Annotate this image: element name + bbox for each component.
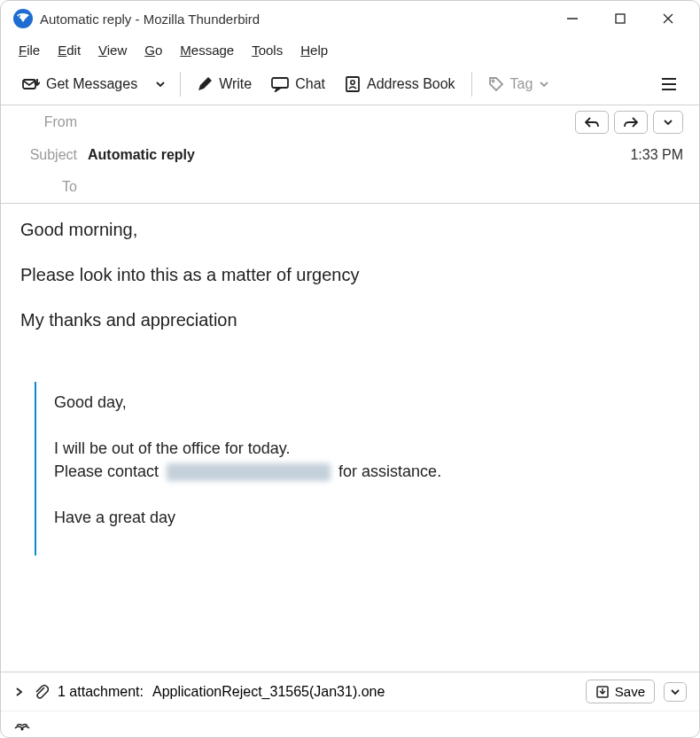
statusbar	[1, 711, 699, 737]
tag-label: Tag	[510, 76, 533, 92]
chat-label: Chat	[295, 76, 325, 92]
message-time: 1:33 PM	[630, 147, 683, 163]
subject-label: Subject	[17, 147, 77, 163]
quoted-block: Good day, I will be out of the office fo…	[35, 382, 680, 555]
separator	[180, 72, 181, 97]
get-messages-label: Get Messages	[46, 76, 137, 92]
menu-view[interactable]: View	[91, 39, 134, 61]
download-icon	[22, 76, 40, 92]
reply-button[interactable]	[575, 111, 609, 134]
menu-help[interactable]: Help	[293, 39, 335, 61]
toolbar: Get Messages Write Chat Address Book Tag	[1, 63, 699, 105]
forward-button[interactable]	[614, 111, 648, 134]
paperclip-icon	[33, 683, 49, 701]
body-line: Please look into this as a matter of urg…	[20, 263, 680, 287]
write-button[interactable]: Write	[188, 71, 261, 97]
menu-file[interactable]: File	[12, 39, 47, 61]
svg-rect-7	[272, 78, 288, 88]
reply-icon	[585, 116, 599, 128]
svg-point-1	[19, 15, 20, 17]
attachment-count: 1 attachment:	[58, 684, 144, 700]
body-line: Good morning,	[20, 218, 680, 242]
app-menu-button[interactable]	[651, 71, 687, 97]
menu-message[interactable]: Message	[173, 39, 241, 61]
window-title: Automatic reply - Mozilla Thunderbird	[40, 12, 260, 27]
quoted-line: Good day,	[54, 391, 680, 414]
menubar: File Edit View Go Message Tools Help	[1, 36, 699, 63]
pencil-icon	[197, 76, 213, 92]
separator	[471, 72, 472, 97]
subject-value: Automatic reply	[88, 147, 630, 163]
address-book-button[interactable]: Address Book	[336, 71, 464, 97]
address-book-icon	[345, 76, 361, 92]
message-body: Good morning, Please look into this as a…	[1, 204, 699, 672]
more-actions-button[interactable]	[653, 111, 683, 134]
save-dropdown-button[interactable]	[664, 682, 687, 702]
svg-point-9	[351, 80, 354, 83]
quoted-line: I will be out of the office for today.	[54, 437, 680, 460]
quoted-line: Please contact for assistance.	[54, 460, 680, 483]
save-icon	[595, 685, 610, 699]
menu-go[interactable]: Go	[137, 39, 169, 61]
connection-icon[interactable]	[13, 718, 31, 732]
forward-icon	[624, 116, 638, 128]
attachment-bar: 1 attachment: ApplicationReject_31565(Ja…	[1, 672, 699, 711]
redacted-contact	[167, 463, 331, 481]
thunderbird-icon	[13, 9, 33, 28]
hamburger-icon	[660, 76, 678, 92]
menu-edit[interactable]: Edit	[51, 39, 88, 61]
write-label: Write	[219, 76, 252, 92]
svg-point-15	[21, 727, 24, 730]
titlebar: Automatic reply - Mozilla Thunderbird	[1, 1, 699, 36]
save-attachment-button[interactable]: Save	[586, 680, 655, 703]
quoted-line: Have a great day	[54, 506, 680, 529]
message-header: From Subject Automatic reply 1:33 PM	[1, 105, 699, 204]
from-label: From	[17, 114, 77, 130]
chat-icon	[271, 76, 289, 92]
tag-icon	[488, 76, 504, 92]
body-line: My thanks and appreciation	[20, 308, 680, 332]
svg-point-10	[492, 80, 494, 82]
to-label: To	[17, 179, 77, 195]
chat-button[interactable]: Chat	[262, 71, 334, 97]
attachment-filename[interactable]: ApplicationReject_31565(Jan31).one	[152, 684, 385, 700]
tag-button[interactable]: Tag	[479, 71, 559, 97]
svg-rect-3	[616, 14, 625, 23]
chevron-down-icon	[663, 117, 673, 128]
get-messages-dropdown[interactable]	[148, 74, 173, 95]
close-button[interactable]	[644, 1, 692, 36]
save-label: Save	[615, 684, 645, 699]
maximize-button[interactable]	[596, 1, 644, 36]
menu-tools[interactable]: Tools	[245, 39, 290, 61]
get-messages-button[interactable]: Get Messages	[13, 71, 146, 97]
expand-attachment-button[interactable]	[13, 686, 24, 698]
minimize-button[interactable]	[548, 1, 596, 36]
address-book-label: Address Book	[367, 76, 455, 92]
